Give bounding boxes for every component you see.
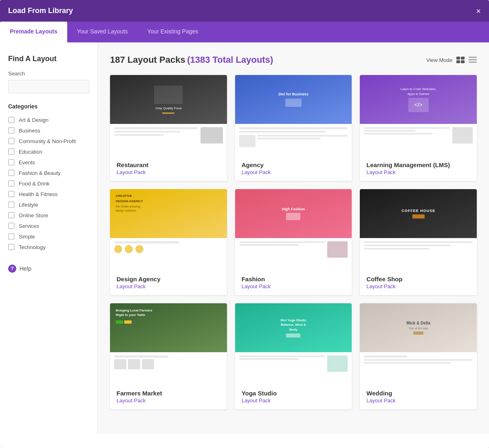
category-fashion[interactable]: Fashion & Beauty	[8, 168, 89, 178]
close-icon[interactable]: ×	[476, 7, 481, 15]
search-label: Search	[8, 71, 89, 77]
view-mode-section: View Mode	[426, 57, 477, 63]
modal-title: Load From Library	[8, 7, 73, 15]
preview-bg-restaurant: Only Quality Food	[110, 75, 227, 124]
category-checkbox-food[interactable]	[8, 180, 15, 187]
sidebar: Find A Layout Search Categories Art & De…	[0, 42, 98, 434]
category-checkbox-health[interactable]	[8, 191, 15, 197]
help-icon: ?	[8, 265, 16, 273]
svg-rect-2	[456, 60, 460, 63]
search-input[interactable]	[8, 80, 89, 93]
categories-title: Categories	[8, 103, 89, 110]
category-checkbox-business[interactable]	[8, 127, 15, 134]
category-checkbox-fashion[interactable]	[8, 170, 15, 176]
card-info-lms: Learning Management (LMS) Layout Pack	[360, 157, 477, 181]
modal-header: Load From Library ×	[0, 0, 489, 22]
sidebar-find-title: Find A Layout	[8, 55, 89, 63]
grid-view-icon[interactable]	[456, 57, 465, 63]
category-technology[interactable]: Technology	[8, 242, 89, 252]
card-type-yoga-studio: Layout Pack	[242, 397, 346, 404]
help-link[interactable]: ? Help	[8, 265, 89, 273]
card-type-fashion: Layout Pack	[242, 283, 346, 289]
category-checkbox-online[interactable]	[8, 212, 15, 218]
card-preview-agency: Divi for Business	[235, 75, 352, 157]
layout-card-agency[interactable]: Divi for Business	[235, 75, 352, 181]
category-health[interactable]: Health & Fitness	[8, 189, 89, 199]
card-info-restaurant: Restaurant Layout Pack	[110, 157, 227, 181]
tab-premade[interactable]: Premade Layouts	[0, 22, 67, 42]
card-preview-farmers-market: Bringing Local FarmersRight to your Tabl…	[110, 303, 227, 385]
category-lifestyle[interactable]: Lifestyle	[8, 199, 89, 210]
category-art[interactable]: Art & Design	[8, 115, 89, 125]
card-name-lms: Learning Management (LMS)	[366, 161, 470, 168]
category-business[interactable]: Business	[8, 125, 89, 136]
tab-saved[interactable]: Your Saved Layouts	[67, 22, 138, 42]
svg-rect-3	[461, 60, 465, 63]
layout-card-farmers-market[interactable]: Bringing Local FarmersRight to your Tabl…	[110, 303, 227, 409]
layout-count-section: 187 Layout Packs (1383 Total Layouts)	[110, 55, 273, 65]
category-education[interactable]: Education	[8, 146, 89, 157]
main-content: 187 Layout Packs (1383 Total Layouts) Vi…	[98, 42, 489, 434]
category-checkbox-education[interactable]	[8, 148, 15, 155]
category-checkbox-events[interactable]	[8, 159, 15, 166]
card-preview-lms: Learn to Code Websites,Apps & Games </>	[360, 75, 477, 157]
svg-rect-4	[469, 57, 477, 58]
layout-card-lms[interactable]: Learn to Code Websites,Apps & Games </>	[360, 75, 477, 181]
card-name-agency: Agency	[242, 161, 346, 168]
layout-card-wedding[interactable]: Mick & Della Two of the best Wedding Lay…	[360, 303, 477, 409]
category-checkbox-services[interactable]	[8, 223, 15, 229]
layout-card-design-agency[interactable]: Creative Design Agency We create amazing…	[110, 189, 227, 295]
layout-count: 187 Layout Packs	[110, 55, 185, 65]
card-name-yoga-studio: Yoga Studio	[242, 390, 346, 397]
svg-rect-1	[461, 57, 465, 60]
card-type-wedding: Layout Pack	[366, 397, 470, 404]
layout-card-coffee-shop[interactable]: COFFEE HOUSE Coffee Shop Layout Pack	[360, 189, 477, 295]
categories-list: Art & Design Business Community & Non-Pr…	[8, 115, 89, 252]
layouts-grid: Only Quality Food	[110, 75, 477, 409]
layout-card-restaurant[interactable]: Only Quality Food	[110, 75, 227, 181]
svg-rect-0	[456, 57, 460, 60]
view-mode-label: View Mode	[426, 57, 452, 63]
card-name-restaurant: Restaurant	[117, 161, 220, 168]
total-layouts: (1383 Total Layouts)	[187, 55, 273, 65]
category-checkbox-technology[interactable]	[8, 244, 15, 250]
modal-body: Find A Layout Search Categories Art & De…	[0, 42, 489, 434]
card-preview-fashion: High Fashion	[235, 189, 352, 271]
category-checkbox-art[interactable]	[8, 117, 15, 123]
modal-container: Load From Library × Premade Layouts Your…	[0, 0, 489, 448]
category-checkbox-lifestyle[interactable]	[8, 201, 15, 208]
category-checkbox-community[interactable]	[8, 138, 15, 144]
card-name-design-agency: Design Agency	[117, 276, 220, 282]
main-header: 187 Layout Packs (1383 Total Layouts) Vi…	[110, 55, 477, 65]
card-preview-restaurant: Only Quality Food	[110, 75, 227, 157]
category-events[interactable]: Events	[8, 157, 89, 168]
card-info-design-agency: Design Agency Layout Pack	[110, 271, 227, 295]
category-checkbox-simple[interactable]	[8, 233, 15, 240]
card-type-lms: Layout Pack	[366, 169, 470, 175]
layout-card-yoga-studio[interactable]: Divi Yoga StudioBalance, Mind &Body Yoga…	[235, 303, 352, 409]
category-online[interactable]: Online Store	[8, 210, 89, 221]
card-type-farmers-market: Layout Pack	[117, 397, 220, 404]
category-food[interactable]: Food & Drink	[8, 178, 89, 189]
svg-rect-5	[469, 59, 477, 60]
card-info-farmers-market: Farmers Market Layout Pack	[110, 385, 227, 409]
card-type-coffee-shop: Layout Pack	[366, 283, 470, 289]
card-preview-design-agency: Creative Design Agency We create amazing…	[110, 189, 227, 271]
layout-card-fashion[interactable]: High Fashion Fashion Layout Pack	[235, 189, 352, 295]
card-info-wedding: Wedding Layout Pack	[360, 385, 477, 409]
card-preview-coffee-shop: COFFEE HOUSE	[360, 189, 477, 271]
category-community[interactable]: Community & Non-Profit	[8, 136, 89, 146]
category-services[interactable]: Services	[8, 221, 89, 231]
preview-bottom-restaurant	[110, 124, 227, 157]
card-preview-yoga-studio: Divi Yoga StudioBalance, Mind &Body	[235, 303, 352, 385]
card-type-design-agency: Layout Pack	[117, 283, 220, 289]
category-simple[interactable]: Simple	[8, 231, 89, 242]
card-name-wedding: Wedding	[366, 390, 470, 397]
card-preview-wedding: Mick & Della Two of the best	[360, 303, 477, 385]
card-type-restaurant: Layout Pack	[117, 169, 220, 175]
list-view-icon[interactable]	[469, 57, 477, 63]
card-info-fashion: Fashion Layout Pack	[235, 271, 352, 295]
tab-existing[interactable]: Your Existing Pages	[138, 22, 208, 42]
card-name-coffee-shop: Coffee Shop	[366, 276, 470, 282]
card-type-agency: Layout Pack	[242, 169, 346, 175]
